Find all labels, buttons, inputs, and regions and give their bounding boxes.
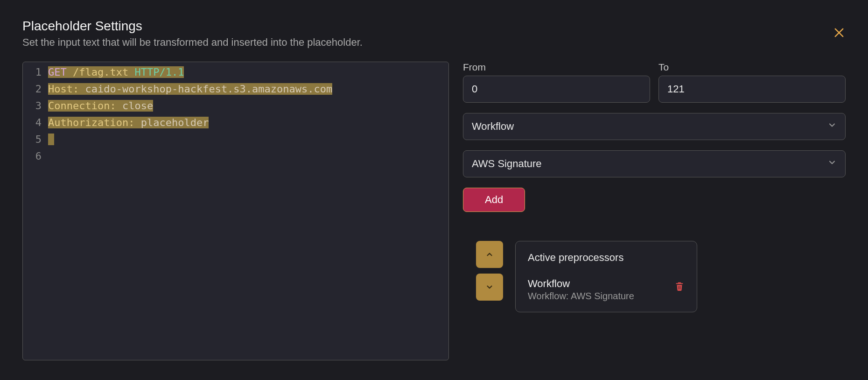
code-line[interactable]: GET /flag.txt HTTP/1.1: [48, 64, 448, 81]
close-button[interactable]: [833, 26, 846, 41]
dialog-title: Placeholder Settings: [22, 19, 846, 34]
chevron-down-icon: [827, 120, 837, 133]
preprocessor-item-sub: Workflow: AWS Signature: [528, 291, 634, 302]
dialog-header: Placeholder Settings Set the input text …: [22, 19, 846, 49]
preprocessor-item-name: Workflow: [528, 278, 634, 290]
move-up-button[interactable]: [476, 241, 503, 268]
trash-icon[interactable]: [674, 281, 685, 294]
workflow-select-value: Workflow: [472, 120, 514, 133]
settings-panel: From To Workflow AWS Signature: [463, 62, 846, 360]
to-label: To: [658, 62, 846, 73]
code-line[interactable]: Connection: close: [48, 98, 448, 114]
from-label: From: [463, 62, 650, 73]
request-editor[interactable]: 123456GET /flag.txt HTTP/1.1Host: caido-…: [22, 62, 449, 360]
code-line[interactable]: [48, 148, 448, 165]
line-number: 4: [23, 114, 42, 131]
code-line[interactable]: [48, 131, 448, 148]
line-number: 3: [23, 98, 42, 114]
signature-select[interactable]: AWS Signature: [463, 150, 846, 177]
chevron-down-icon: [827, 158, 837, 170]
code-line[interactable]: Authorization: placeholder: [48, 114, 448, 131]
line-number: 1: [23, 64, 42, 81]
signature-select-value: AWS Signature: [472, 158, 542, 170]
workflow-select[interactable]: Workflow: [463, 113, 846, 140]
active-preprocessors-title: Active preprocessors: [528, 252, 685, 264]
placeholder-settings-dialog: Placeholder Settings Set the input text …: [0, 0, 868, 380]
preprocessor-item[interactable]: WorkflowWorkflow: AWS Signature: [528, 278, 685, 302]
from-input[interactable]: [463, 76, 650, 103]
active-preprocessors-box: Active preprocessors WorkflowWorkflow: A…: [515, 241, 697, 312]
line-number: 6: [23, 148, 42, 165]
dialog-subtitle: Set the input text that will be transfor…: [22, 36, 846, 49]
add-button[interactable]: Add: [463, 188, 525, 212]
line-number: 5: [23, 131, 42, 148]
code-line[interactable]: Host: caido-workshop-hackfest.s3.amazona…: [48, 81, 448, 98]
line-number: 2: [23, 81, 42, 98]
move-down-button[interactable]: [476, 274, 503, 301]
to-input[interactable]: [658, 76, 846, 103]
